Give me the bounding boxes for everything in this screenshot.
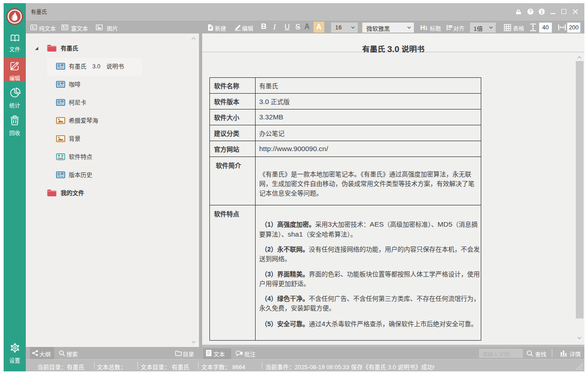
svg-text:?: ? xyxy=(529,9,531,14)
